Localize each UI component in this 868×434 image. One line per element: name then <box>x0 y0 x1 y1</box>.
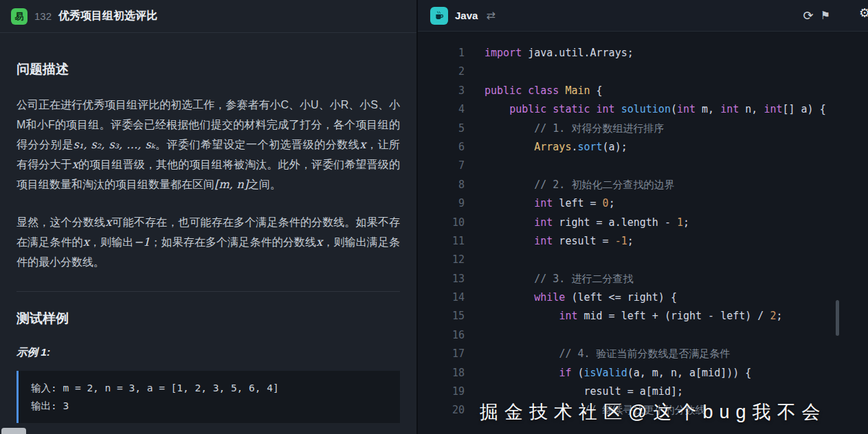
code-line[interactable]: 9 int left = 0; <box>418 194 868 213</box>
code-text: int result = -1; <box>465 232 634 251</box>
code-text: int left = 0; <box>465 194 615 213</box>
code-line[interactable]: 8 // 2. 初始化二分查找的边界 <box>418 176 868 194</box>
code-line[interactable]: 13 // 3. 进行二分查找 <box>418 270 868 288</box>
code-line[interactable]: 7 <box>418 157 868 175</box>
text-run: 之间。 <box>248 179 281 190</box>
text-run: ；如果存在多个满足条件的分数线 <box>150 236 316 248</box>
line-number: 14 <box>418 288 465 307</box>
code-text: if (isValid(a, m, n, a[mid])) { <box>465 364 751 382</box>
editor-panel: Java ⇄ ⟳ ⚑ 1import java.util.Arrays;23pu… <box>418 0 868 434</box>
math-expression: x <box>105 216 111 229</box>
problem-body: 问题描述 公司正在进行优秀项目组评比的初选工作，参赛者有小C、小U、小R、小S、… <box>0 33 416 434</box>
code-line[interactable]: 14 while (left <= right) { <box>418 288 868 307</box>
problem-panel: 易 132 优秀项目组初选评比 问题描述 公司正在进行优秀项目组评比的初选工作，… <box>0 0 418 434</box>
section-divider <box>16 291 400 292</box>
line-number: 12 <box>418 251 465 269</box>
problem-header: 易 132 优秀项目组初选评比 <box>0 0 416 33</box>
line-number: 7 <box>418 157 465 175</box>
text-run: ，则输出 <box>89 236 134 248</box>
math-expression: x <box>316 236 322 249</box>
line-number: 16 <box>418 326 465 345</box>
example-1-block: 输入: m = 2, n = 3, a = [1, 2, 3, 5, 6, 4]… <box>16 371 400 423</box>
code-text: int right = a.length - 1; <box>465 214 689 232</box>
swap-language-icon[interactable]: ⇄ <box>486 9 495 22</box>
code-text <box>465 62 485 81</box>
problem-title: 优秀项目组初选评比 <box>58 9 157 23</box>
code-line[interactable]: 19 result = a[mid]; <box>418 382 868 401</box>
section-heading-description: 问题描述 <box>16 60 400 78</box>
line-number: 11 <box>418 232 465 251</box>
code-line[interactable]: 3public class Main { <box>418 82 868 100</box>
code-text: Arrays.sort(a); <box>465 138 627 157</box>
code-editor[interactable]: 1import java.util.Arrays;23public class … <box>418 32 868 434</box>
refresh-code-icon[interactable]: ⟳ <box>803 10 814 22</box>
code-line[interactable]: 10 int right = a.length - 1; <box>418 214 868 232</box>
site-watermark: 掘金技术社区@这个bug我不会 <box>480 400 826 424</box>
coffee-cup-icon <box>434 10 445 21</box>
code-text: result = a[mid]; <box>465 382 683 401</box>
code-line[interactable]: 17 // 4. 验证当前分数线是否满足条件 <box>418 345 868 363</box>
code-text: // 2. 初始化二分查找的边界 <box>465 176 674 194</box>
code-line[interactable]: 11 int result = -1; <box>418 232 868 251</box>
line-number: 8 <box>418 176 465 194</box>
code-line[interactable]: 5 // 1. 对得分数组进行排序 <box>418 119 868 138</box>
math-expression: [m, n] <box>214 178 248 191</box>
line-number: 20 <box>418 401 465 420</box>
math-expression: −1 <box>133 236 150 249</box>
line-number: 15 <box>418 307 465 326</box>
math-expression: x <box>72 158 78 171</box>
line-number: 2 <box>418 62 465 81</box>
code-text: import java.util.Arrays; <box>465 44 634 62</box>
code-line[interactable]: 15 int mid = left + (right - left) / 2; <box>418 307 868 326</box>
code-line[interactable]: 2 <box>418 62 868 81</box>
code-line[interactable]: 12 <box>418 251 868 269</box>
clipped-gear-icon[interactable]: ⚙ <box>859 5 868 21</box>
line-number: 9 <box>418 194 465 213</box>
editor-scrollbar-thumb[interactable] <box>836 300 839 336</box>
line-number: 3 <box>418 82 465 100</box>
line-number: 4 <box>418 100 465 119</box>
line-number: 18 <box>418 364 465 382</box>
code-text <box>465 157 485 175</box>
line-number: 1 <box>418 44 465 62</box>
line-number: 13 <box>418 270 465 288</box>
code-line[interactable]: 18 if (isValid(a, m, n, a[mid])) { <box>418 364 868 382</box>
code-text: public class Main { <box>465 82 603 100</box>
example-1-output: 输出: 3 <box>31 397 388 415</box>
app-root: 易 132 优秀项目组初选评比 问题描述 公司正在进行优秀项目组评比的初选工作，… <box>0 0 868 434</box>
section-heading-examples: 测试样例 <box>16 310 400 328</box>
code-text: int mid = left + (right - left) / 2; <box>465 307 783 326</box>
language-selector[interactable]: Java <box>455 10 478 21</box>
code-text <box>465 251 485 269</box>
gear-icon: ⚙ <box>859 6 868 20</box>
line-number: 5 <box>418 119 465 138</box>
editor-header: Java ⇄ ⟳ ⚑ <box>418 0 868 32</box>
example-1-input: 输入: m = 2, n = 3, a = [1, 2, 3, 5, 6, 4] <box>31 379 388 397</box>
code-line[interactable]: 6 Arrays.sort(a); <box>418 138 868 157</box>
line-number: 17 <box>418 345 465 363</box>
code-text: // 3. 进行二分查找 <box>465 270 633 288</box>
code-line[interactable]: 4 public static int solution(int m, int … <box>418 100 868 119</box>
problem-paragraph-2: 显然，这个分数线x可能不存在，也可能存在多个满足条件的分数线。如果不存在满足条件… <box>16 212 400 272</box>
line-number: 19 <box>418 382 465 401</box>
math-expression: s₁, s₂, s₃, …, sₖ <box>74 138 155 151</box>
code-text <box>465 326 485 345</box>
problem-id: 132 <box>34 10 52 22</box>
text-run: 。评委们希望设定一个初选晋级的分数线 <box>155 139 359 150</box>
problem-paragraph-1: 公司正在进行优秀项目组评比的初选工作，参赛者有小C、小U、小R、小S、小M和小F… <box>16 95 400 194</box>
code-line[interactable]: 16 <box>418 326 868 345</box>
code-lines: 1import java.util.Arrays;23public class … <box>418 44 868 420</box>
report-flag-icon[interactable]: ⚑ <box>821 10 830 21</box>
difficulty-badge: 易 <box>11 8 27 25</box>
example-1-label: 示例 1: <box>16 345 400 360</box>
java-language-icon[interactable] <box>430 7 448 25</box>
clipped-corner-element <box>1 428 26 434</box>
line-number: 10 <box>418 214 465 232</box>
text-run: 显然，这个分数线 <box>16 216 105 228</box>
code-text: // 1. 对得分数组进行排序 <box>465 119 664 138</box>
code-text: while (left <= right) { <box>465 288 677 307</box>
code-text: // 4. 验证当前分数线是否满足条件 <box>465 345 731 363</box>
math-expression: x <box>83 236 89 249</box>
code-line[interactable]: 1import java.util.Arrays; <box>418 44 868 62</box>
code-text: public static int solution(int m, int n,… <box>465 100 826 119</box>
